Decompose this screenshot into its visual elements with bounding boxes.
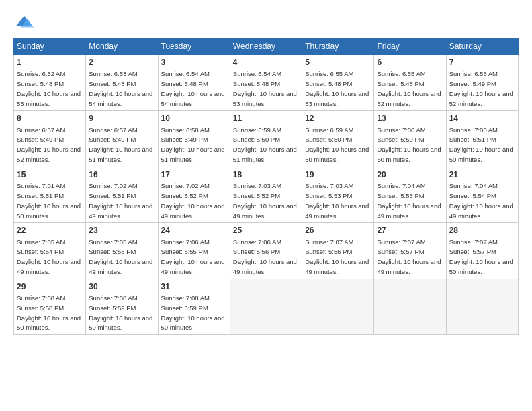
weekday-header-monday: Monday xyxy=(86,38,158,55)
calendar-cell: 11 Sunrise: 6:59 AMSunset: 5:50 PMDaylig… xyxy=(230,111,302,167)
calendar-cell xyxy=(230,279,302,334)
calendar-cell: 24 Sunrise: 7:06 AMSunset: 5:55 PMDaylig… xyxy=(158,223,230,279)
calendar-cell: 1 Sunrise: 6:52 AMSunset: 5:48 PMDayligh… xyxy=(14,55,86,111)
day-info: Sunrise: 7:00 AMSunset: 5:50 PMDaylight:… xyxy=(377,126,441,163)
calendar-cell: 9 Sunrise: 6:57 AMSunset: 5:49 PMDayligh… xyxy=(86,111,158,167)
day-info: Sunrise: 7:08 AMSunset: 5:59 PMDaylight:… xyxy=(161,294,225,331)
day-number: 25 xyxy=(233,225,299,236)
day-number: 21 xyxy=(449,169,515,180)
day-number: 8 xyxy=(17,113,83,124)
weekday-header-tuesday: Tuesday xyxy=(158,38,230,55)
day-number: 4 xyxy=(233,57,299,68)
day-info: Sunrise: 7:06 AMSunset: 5:55 PMDaylight:… xyxy=(161,238,225,275)
weekday-header-wednesday: Wednesday xyxy=(230,38,302,55)
calendar-cell: 15 Sunrise: 7:01 AMSunset: 5:51 PMDaylig… xyxy=(14,167,86,222)
day-info: Sunrise: 6:57 AMSunset: 5:49 PMDaylight:… xyxy=(17,126,81,163)
day-info: Sunrise: 7:08 AMSunset: 5:58 PMDaylight:… xyxy=(17,294,81,331)
day-number: 17 xyxy=(161,169,227,180)
header-row xyxy=(13,11,519,32)
calendar-week-row: 8 Sunrise: 6:57 AMSunset: 5:49 PMDayligh… xyxy=(14,111,519,167)
weekday-header-sunday: Sunday xyxy=(14,38,86,55)
calendar-cell: 30 Sunrise: 7:08 AMSunset: 5:59 PMDaylig… xyxy=(86,279,158,334)
calendar-cell: 17 Sunrise: 7:02 AMSunset: 5:52 PMDaylig… xyxy=(158,167,230,222)
calendar-cell: 27 Sunrise: 7:07 AMSunset: 5:57 PMDaylig… xyxy=(374,223,446,279)
calendar-cell: 23 Sunrise: 7:05 AMSunset: 5:55 PMDaylig… xyxy=(86,223,158,279)
day-number: 27 xyxy=(377,225,443,236)
calendar-cell: 26 Sunrise: 7:07 AMSunset: 5:56 PMDaylig… xyxy=(302,223,374,279)
calendar-cell: 19 Sunrise: 7:03 AMSunset: 5:53 PMDaylig… xyxy=(302,167,374,222)
day-info: Sunrise: 6:59 AMSunset: 5:50 PMDaylight:… xyxy=(305,126,369,163)
day-info: Sunrise: 6:54 AMSunset: 5:48 PMDaylight:… xyxy=(233,70,297,107)
day-number: 19 xyxy=(305,169,371,180)
calendar-cell: 31 Sunrise: 7:08 AMSunset: 5:59 PMDaylig… xyxy=(158,279,230,334)
day-info: Sunrise: 7:04 AMSunset: 5:54 PMDaylight:… xyxy=(449,182,513,219)
day-number: 30 xyxy=(89,281,154,292)
day-number: 26 xyxy=(305,225,371,236)
calendar-week-row: 22 Sunrise: 7:05 AMSunset: 5:54 PMDaylig… xyxy=(14,223,519,279)
day-info: Sunrise: 6:56 AMSunset: 5:49 PMDaylight:… xyxy=(449,70,513,107)
day-info: Sunrise: 7:07 AMSunset: 5:57 PMDaylight:… xyxy=(377,238,441,275)
day-number: 13 xyxy=(377,113,443,124)
day-number: 10 xyxy=(161,113,227,124)
calendar-cell: 14 Sunrise: 7:00 AMSunset: 5:51 PMDaylig… xyxy=(446,111,518,167)
day-info: Sunrise: 7:03 AMSunset: 5:53 PMDaylight:… xyxy=(305,182,369,219)
calendar-cell: 22 Sunrise: 7:05 AMSunset: 5:54 PMDaylig… xyxy=(14,223,86,279)
calendar-cell xyxy=(302,279,374,334)
day-number: 24 xyxy=(161,225,227,236)
calendar-cell: 28 Sunrise: 7:07 AMSunset: 5:57 PMDaylig… xyxy=(446,223,518,279)
calendar-cell: 20 Sunrise: 7:04 AMSunset: 5:53 PMDaylig… xyxy=(374,167,446,222)
day-number: 29 xyxy=(17,281,83,292)
day-info: Sunrise: 6:52 AMSunset: 5:48 PMDaylight:… xyxy=(17,70,81,107)
day-number: 2 xyxy=(89,57,154,68)
day-info: Sunrise: 7:08 AMSunset: 5:59 PMDaylight:… xyxy=(89,294,152,331)
calendar-cell: 13 Sunrise: 7:00 AMSunset: 5:50 PMDaylig… xyxy=(374,111,446,167)
calendar-cell: 2 Sunrise: 6:53 AMSunset: 5:48 PMDayligh… xyxy=(86,55,158,111)
calendar-cell: 25 Sunrise: 7:06 AMSunset: 5:56 PMDaylig… xyxy=(230,223,302,279)
calendar-cell: 16 Sunrise: 7:02 AMSunset: 5:51 PMDaylig… xyxy=(86,167,158,222)
day-info: Sunrise: 6:54 AMSunset: 5:48 PMDaylight:… xyxy=(161,70,225,107)
calendar-cell: 3 Sunrise: 6:54 AMSunset: 5:48 PMDayligh… xyxy=(158,55,230,111)
calendar-cell: 21 Sunrise: 7:04 AMSunset: 5:54 PMDaylig… xyxy=(446,167,518,222)
calendar-week-row: 29 Sunrise: 7:08 AMSunset: 5:58 PMDaylig… xyxy=(14,279,519,334)
day-info: Sunrise: 6:55 AMSunset: 5:48 PMDaylight:… xyxy=(377,70,441,107)
calendar-cell: 12 Sunrise: 6:59 AMSunset: 5:50 PMDaylig… xyxy=(302,111,374,167)
day-info: Sunrise: 7:05 AMSunset: 5:54 PMDaylight:… xyxy=(17,238,81,275)
calendar-cell: 7 Sunrise: 6:56 AMSunset: 5:49 PMDayligh… xyxy=(446,55,518,111)
day-number: 14 xyxy=(449,113,515,124)
calendar-week-row: 15 Sunrise: 7:01 AMSunset: 5:51 PMDaylig… xyxy=(14,167,519,222)
day-number: 6 xyxy=(377,57,443,68)
calendar-header-row: SundayMondayTuesdayWednesdayThursdayFrid… xyxy=(14,38,519,55)
calendar-cell: 8 Sunrise: 6:57 AMSunset: 5:49 PMDayligh… xyxy=(14,111,86,167)
day-info: Sunrise: 7:06 AMSunset: 5:56 PMDaylight:… xyxy=(233,238,297,275)
calendar-cell: 4 Sunrise: 6:54 AMSunset: 5:48 PMDayligh… xyxy=(230,55,302,111)
calendar-cell xyxy=(374,279,446,334)
day-info: Sunrise: 7:00 AMSunset: 5:51 PMDaylight:… xyxy=(449,126,513,163)
day-info: Sunrise: 7:02 AMSunset: 5:52 PMDaylight:… xyxy=(161,182,225,219)
day-number: 16 xyxy=(89,169,154,180)
weekday-header-friday: Friday xyxy=(374,38,446,55)
day-number: 5 xyxy=(305,57,371,68)
weekday-header-thursday: Thursday xyxy=(302,38,374,55)
day-info: Sunrise: 6:55 AMSunset: 5:48 PMDaylight:… xyxy=(305,70,369,107)
calendar-table: SundayMondayTuesdayWednesdayThursdayFrid… xyxy=(13,38,519,335)
day-info: Sunrise: 6:57 AMSunset: 5:49 PMDaylight:… xyxy=(89,126,152,163)
day-info: Sunrise: 7:01 AMSunset: 5:51 PMDaylight:… xyxy=(17,182,81,219)
day-number: 20 xyxy=(377,169,443,180)
day-number: 23 xyxy=(89,225,154,236)
day-info: Sunrise: 7:07 AMSunset: 5:56 PMDaylight:… xyxy=(305,238,369,275)
calendar-cell: 5 Sunrise: 6:55 AMSunset: 5:48 PMDayligh… xyxy=(302,55,374,111)
calendar-cell: 18 Sunrise: 7:03 AMSunset: 5:52 PMDaylig… xyxy=(230,167,302,222)
day-info: Sunrise: 6:59 AMSunset: 5:50 PMDaylight:… xyxy=(233,126,297,163)
day-number: 1 xyxy=(17,57,83,68)
calendar-cell: 29 Sunrise: 7:08 AMSunset: 5:58 PMDaylig… xyxy=(14,279,86,334)
day-number: 7 xyxy=(449,57,515,68)
day-number: 18 xyxy=(233,169,299,180)
day-number: 15 xyxy=(17,169,83,180)
logo-icon xyxy=(15,13,34,32)
day-info: Sunrise: 7:03 AMSunset: 5:52 PMDaylight:… xyxy=(233,182,297,219)
calendar-cell: 10 Sunrise: 6:58 AMSunset: 5:49 PMDaylig… xyxy=(158,111,230,167)
day-number: 22 xyxy=(17,225,83,236)
calendar-cell: 6 Sunrise: 6:55 AMSunset: 5:48 PMDayligh… xyxy=(374,55,446,111)
day-number: 28 xyxy=(449,225,515,236)
day-number: 9 xyxy=(89,113,154,124)
